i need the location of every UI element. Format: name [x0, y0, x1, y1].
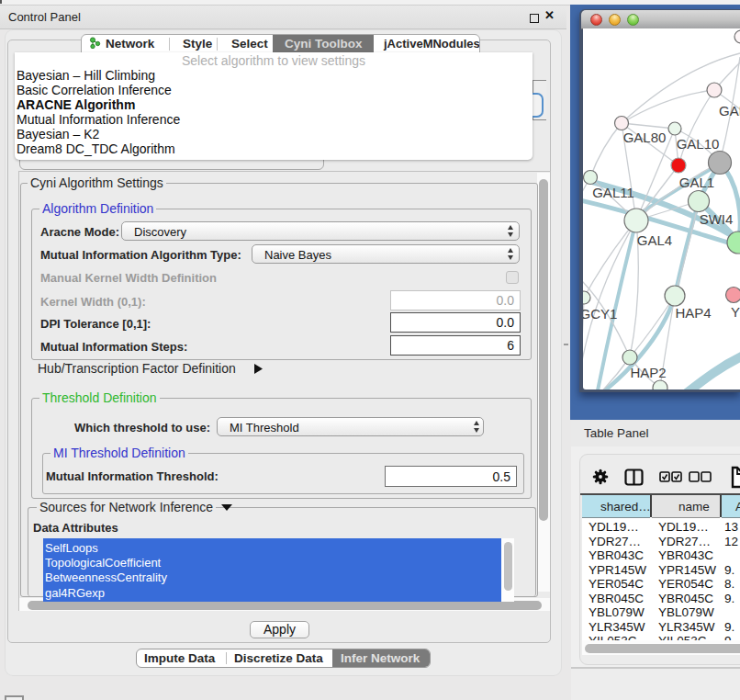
- svg-text:GAL1: GAL1: [679, 175, 714, 190]
- svg-text:GAL80: GAL80: [623, 130, 667, 145]
- svg-text:GAL10: GAL10: [677, 136, 720, 152]
- svg-text:GAL4: GAL4: [637, 232, 672, 248]
- svg-text:GAL8: GAL8: [719, 103, 740, 119]
- svg-text:SWI4: SWI4: [700, 211, 734, 227]
- svg-text:HAP4: HAP4: [675, 305, 711, 321]
- svg-text:YJ: YJ: [731, 304, 740, 320]
- svg-text:GAL11: GAL11: [592, 185, 634, 200]
- svg-text:GCY1: GCY1: [583, 306, 617, 322]
- svg-text:HAP2: HAP2: [630, 365, 666, 380]
